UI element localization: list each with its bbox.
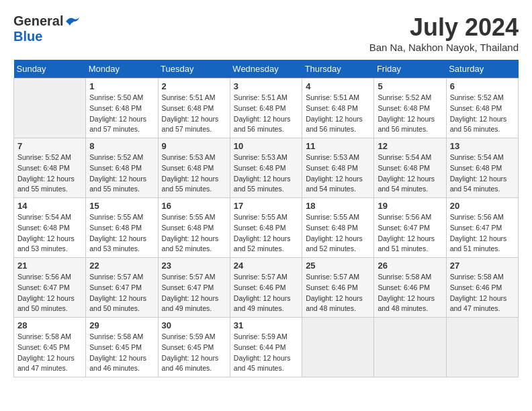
- title-section: July 2024 Ban Na, Nakhon Nayok, Thailand: [369, 13, 519, 53]
- day-number: 25: [306, 261, 370, 271]
- day-info: Sunrise: 5:55 AMSunset: 6:48 PMDaylight:…: [306, 212, 370, 255]
- day-info: Sunrise: 5:52 AMSunset: 6:48 PMDaylight:…: [17, 152, 82, 195]
- calendar-cell: 23Sunrise: 5:57 AMSunset: 6:47 PMDayligh…: [158, 258, 230, 318]
- day-number: 27: [450, 261, 515, 271]
- day-number: 1: [89, 81, 154, 91]
- day-info: Sunrise: 5:52 AMSunset: 6:48 PMDaylight:…: [89, 152, 154, 195]
- logo-bird-icon: [64, 15, 81, 28]
- day-number: 16: [162, 201, 226, 211]
- calendar-cell: 22Sunrise: 5:57 AMSunset: 6:47 PMDayligh…: [86, 258, 158, 318]
- day-number: 7: [17, 141, 82, 151]
- day-info: Sunrise: 5:51 AMSunset: 6:48 PMDaylight:…: [162, 93, 226, 135]
- calendar-cell: 16Sunrise: 5:55 AMSunset: 6:48 PMDayligh…: [158, 198, 230, 258]
- calendar-cell: 2Sunrise: 5:51 AMSunset: 6:48 PMDaylight…: [158, 79, 230, 138]
- calendar-week-row: 28Sunrise: 5:58 AMSunset: 6:45 PMDayligh…: [14, 318, 519, 377]
- day-info: Sunrise: 5:54 AMSunset: 6:48 PMDaylight:…: [378, 152, 442, 195]
- calendar-cell: 17Sunrise: 5:55 AMSunset: 6:48 PMDayligh…: [230, 198, 302, 258]
- day-number: 18: [306, 201, 370, 211]
- day-info: Sunrise: 5:53 AMSunset: 6:48 PMDaylight:…: [162, 152, 226, 195]
- logo-blue-text: Blue: [13, 29, 42, 44]
- calendar-cell: 15Sunrise: 5:55 AMSunset: 6:48 PMDayligh…: [86, 198, 158, 258]
- calendar-cell: [446, 318, 518, 377]
- day-number: 4: [306, 81, 370, 91]
- day-info: Sunrise: 5:53 AMSunset: 6:48 PMDaylight:…: [234, 152, 298, 195]
- day-info: Sunrise: 5:58 AMSunset: 6:45 PMDaylight:…: [89, 332, 154, 374]
- calendar-cell: 28Sunrise: 5:58 AMSunset: 6:45 PMDayligh…: [14, 318, 86, 377]
- day-info: Sunrise: 5:57 AMSunset: 6:47 PMDaylight:…: [162, 272, 226, 314]
- calendar-cell: 3Sunrise: 5:51 AMSunset: 6:48 PMDaylight…: [230, 79, 302, 138]
- weekday-header: Saturday: [446, 60, 518, 79]
- day-number: 28: [17, 320, 82, 330]
- day-number: 17: [234, 201, 298, 211]
- day-info: Sunrise: 5:57 AMSunset: 6:47 PMDaylight:…: [89, 272, 154, 314]
- calendar-cell: 13Sunrise: 5:54 AMSunset: 6:48 PMDayligh…: [446, 138, 518, 198]
- calendar-cell: 31Sunrise: 5:59 AMSunset: 6:44 PMDayligh…: [230, 318, 302, 377]
- day-number: 21: [17, 261, 82, 271]
- day-info: Sunrise: 5:55 AMSunset: 6:48 PMDaylight:…: [234, 212, 298, 255]
- day-number: 15: [89, 201, 154, 211]
- calendar-cell: 21Sunrise: 5:56 AMSunset: 6:47 PMDayligh…: [14, 258, 86, 318]
- calendar-cell: 8Sunrise: 5:52 AMSunset: 6:48 PMDaylight…: [86, 138, 158, 198]
- day-info: Sunrise: 5:51 AMSunset: 6:48 PMDaylight:…: [234, 93, 298, 135]
- calendar-cell: 20Sunrise: 5:56 AMSunset: 6:47 PMDayligh…: [446, 198, 518, 258]
- day-number: 11: [306, 141, 370, 151]
- calendar-cell: 4Sunrise: 5:51 AMSunset: 6:48 PMDaylight…: [302, 79, 374, 138]
- day-info: Sunrise: 5:52 AMSunset: 6:48 PMDaylight:…: [378, 93, 442, 135]
- day-info: Sunrise: 5:52 AMSunset: 6:48 PMDaylight:…: [450, 93, 515, 135]
- weekday-header: Sunday: [14, 60, 86, 79]
- weekday-header: Tuesday: [158, 60, 230, 79]
- weekday-header: Wednesday: [230, 60, 302, 79]
- weekday-header-row: SundayMondayTuesdayWednesdayThursdayFrid…: [14, 60, 519, 79]
- page-header: General Blue July 2024 Ban Na, Nakhon Na…: [13, 13, 519, 53]
- calendar-cell: 30Sunrise: 5:59 AMSunset: 6:45 PMDayligh…: [158, 318, 230, 377]
- day-info: Sunrise: 5:54 AMSunset: 6:48 PMDaylight:…: [17, 212, 82, 255]
- day-number: 5: [378, 81, 442, 91]
- day-info: Sunrise: 5:58 AMSunset: 6:45 PMDaylight:…: [17, 332, 82, 374]
- calendar-cell: 6Sunrise: 5:52 AMSunset: 6:48 PMDaylight…: [446, 79, 518, 138]
- calendar-cell: 1Sunrise: 5:50 AMSunset: 6:48 PMDaylight…: [86, 79, 158, 138]
- day-number: 3: [234, 81, 298, 91]
- day-number: 26: [378, 261, 442, 271]
- calendar-cell: 25Sunrise: 5:57 AMSunset: 6:46 PMDayligh…: [302, 258, 374, 318]
- calendar-cell: 14Sunrise: 5:54 AMSunset: 6:48 PMDayligh…: [14, 198, 86, 258]
- calendar-cell: 9Sunrise: 5:53 AMSunset: 6:48 PMDaylight…: [158, 138, 230, 198]
- day-number: 20: [450, 201, 515, 211]
- day-info: Sunrise: 5:57 AMSunset: 6:46 PMDaylight:…: [306, 272, 370, 314]
- day-number: 10: [234, 141, 298, 151]
- day-info: Sunrise: 5:56 AMSunset: 6:47 PMDaylight:…: [17, 272, 82, 314]
- day-number: 31: [234, 320, 298, 330]
- day-info: Sunrise: 5:51 AMSunset: 6:48 PMDaylight:…: [306, 93, 370, 135]
- calendar-week-row: 7Sunrise: 5:52 AMSunset: 6:48 PMDaylight…: [14, 138, 519, 198]
- calendar-week-row: 14Sunrise: 5:54 AMSunset: 6:48 PMDayligh…: [14, 198, 519, 258]
- calendar-week-row: 21Sunrise: 5:56 AMSunset: 6:47 PMDayligh…: [14, 258, 519, 318]
- calendar-table: SundayMondayTuesdayWednesdayThursdayFrid…: [13, 60, 519, 377]
- calendar-cell: 29Sunrise: 5:58 AMSunset: 6:45 PMDayligh…: [86, 318, 158, 377]
- day-number: 23: [162, 261, 226, 271]
- day-number: 30: [162, 320, 226, 330]
- weekday-header: Friday: [374, 60, 446, 79]
- logo: General Blue: [13, 13, 81, 44]
- day-info: Sunrise: 5:59 AMSunset: 6:45 PMDaylight:…: [162, 332, 226, 374]
- day-info: Sunrise: 5:53 AMSunset: 6:48 PMDaylight:…: [306, 152, 370, 195]
- month-title: July 2024: [369, 13, 519, 42]
- day-number: 6: [450, 81, 515, 91]
- day-info: Sunrise: 5:54 AMSunset: 6:48 PMDaylight:…: [450, 152, 515, 195]
- weekday-header: Thursday: [302, 60, 374, 79]
- calendar-cell: 26Sunrise: 5:58 AMSunset: 6:46 PMDayligh…: [374, 258, 446, 318]
- day-number: 22: [89, 261, 154, 271]
- day-number: 12: [378, 141, 442, 151]
- calendar-cell: 7Sunrise: 5:52 AMSunset: 6:48 PMDaylight…: [14, 138, 86, 198]
- day-number: 2: [162, 81, 226, 91]
- day-info: Sunrise: 5:56 AMSunset: 6:47 PMDaylight:…: [450, 212, 515, 255]
- day-number: 29: [89, 320, 154, 330]
- calendar-cell: 5Sunrise: 5:52 AMSunset: 6:48 PMDaylight…: [374, 79, 446, 138]
- calendar-cell: 10Sunrise: 5:53 AMSunset: 6:48 PMDayligh…: [230, 138, 302, 198]
- calendar-cell: 11Sunrise: 5:53 AMSunset: 6:48 PMDayligh…: [302, 138, 374, 198]
- calendar-week-row: 1Sunrise: 5:50 AMSunset: 6:48 PMDaylight…: [14, 79, 519, 138]
- calendar-cell: [374, 318, 446, 377]
- day-info: Sunrise: 5:58 AMSunset: 6:46 PMDaylight:…: [450, 272, 515, 314]
- day-number: 8: [89, 141, 154, 151]
- day-number: 24: [234, 261, 298, 271]
- location-text: Ban Na, Nakhon Nayok, Thailand: [369, 42, 519, 53]
- day-info: Sunrise: 5:59 AMSunset: 6:44 PMDaylight:…: [234, 332, 298, 374]
